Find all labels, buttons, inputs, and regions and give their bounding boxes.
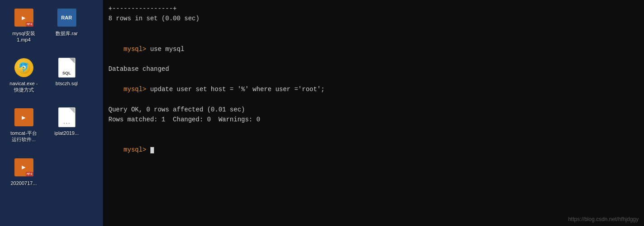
database-rar-icon: RAR xyxy=(56,7,78,28)
20200717-label: 20200717... xyxy=(10,180,37,186)
navicat-label: navicat.exe -快捷方式 xyxy=(9,80,37,93)
terminal-line-query-ok: Query OK, 0 rows affected (0.01 sec) xyxy=(108,105,639,115)
terminal-line-use-mysql: mysql> use mysql xyxy=(108,34,639,64)
terminal-line-rows-matched: Rows matched: 1 Changed: 0 Warnings: 0 xyxy=(108,115,639,125)
terminal-prompt-1: mysql> xyxy=(124,46,150,53)
desktop-sidebar: MP4 mysql安装1.mp4 RAR 数据库.rar navicat.exe… xyxy=(0,0,103,226)
mysql-install-icon: MP4 xyxy=(13,7,35,28)
desktop-icons-row-1: MP4 mysql安装1.mp4 RAR 数据库.rar xyxy=(0,5,103,46)
icon-navicat[interactable]: navicat.exe -快捷方式 xyxy=(5,57,43,93)
terminal-line-blank1 xyxy=(108,24,639,34)
terminal-line-border: +----------------+ xyxy=(108,4,639,14)
terminal-line-db-changed: Database changed xyxy=(108,64,639,74)
terminal-line-prompt-active: mysql> xyxy=(108,135,639,165)
btsczh-sql-label: btsczh.sql xyxy=(56,80,78,87)
desktop-icons-row-4: MP4 20200717... xyxy=(0,154,103,189)
icon-tomcat[interactable]: tomcat-平台运行软件... xyxy=(5,106,43,143)
watermark: https://blog.csdn.net/hfhjdggy xyxy=(568,216,639,222)
icon-btsczh-sql[interactable]: SQL btsczh.sql xyxy=(47,57,86,93)
tomcat-icon xyxy=(13,106,35,128)
database-rar-label: 数据库.rar xyxy=(56,30,78,37)
tomcat-label: tomcat-平台运行软件... xyxy=(10,130,37,143)
terminal-line-rows: 8 rows in set (0.00 sec) xyxy=(108,14,639,23)
btsczh-sql-icon: SQL xyxy=(56,57,78,78)
icon-database-rar[interactable]: RAR 数据库.rar xyxy=(47,7,86,43)
terminal-window[interactable]: +----------------+ 8 rows in set (0.00 s… xyxy=(103,0,644,226)
terminal-cmd-update: update user set host = '%' where user ='… xyxy=(150,86,324,93)
iplat2019-label: iplat2019... xyxy=(55,130,79,136)
20200717-icon: MP4 xyxy=(13,157,35,178)
icon-20200717[interactable]: MP4 20200717... xyxy=(5,157,43,186)
iplat2019-icon: ... xyxy=(56,106,78,128)
terminal-line-update: mysql> update user set host = '%' where … xyxy=(108,74,639,105)
icon-iplat2019[interactable]: ... iplat2019... xyxy=(47,106,86,143)
mysql-install-label: mysql安装1.mp4 xyxy=(12,30,35,43)
terminal-prompt-2: mysql> xyxy=(124,86,150,93)
desktop-icons-row-2: navicat.exe -快捷方式 SQL btsczh.sql xyxy=(0,55,103,96)
navicat-icon xyxy=(13,57,35,78)
icon-mysql-install[interactable]: MP4 mysql安装1.mp4 xyxy=(5,7,43,43)
terminal-cursor xyxy=(150,147,154,153)
terminal-prompt-active: mysql> xyxy=(124,146,150,153)
terminal-cmd-use-mysql: use mysql xyxy=(150,46,184,53)
desktop-icons-row-3: tomcat-平台运行软件... ... iplat2019... xyxy=(0,104,103,145)
terminal-line-blank2 xyxy=(108,125,639,135)
